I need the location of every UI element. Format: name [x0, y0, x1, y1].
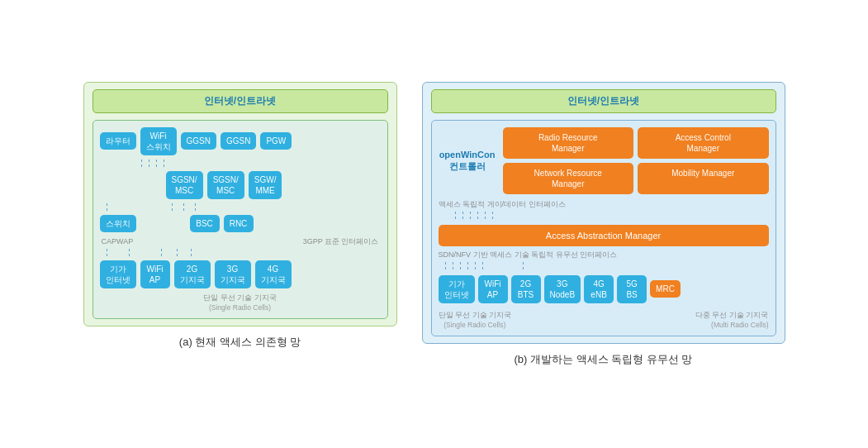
right-outer-box: 인터넷/인트라넷 openWinCon컨트롤러 Radio ResourceMa… [422, 82, 785, 344]
radio-resource-manager: Radio ResourceManager [503, 127, 634, 159]
node-bsc: BSC [190, 215, 220, 232]
node-switch: 스위치 [100, 215, 136, 232]
right-internet-bar: 인터넷/인트라넷 [431, 89, 776, 113]
mobility-manager: Mobility Manager [638, 163, 769, 194]
controller-row: openWinCon컨트롤러 Radio ResourceManager Acc… [439, 127, 769, 194]
node-pgw: PGW [260, 132, 292, 150]
left-row4: 기가인터넷 WiFiAP 2G기지국 3G기지국 4G기지국 [100, 260, 381, 288]
node-sgw-mme: SGW/MME [249, 171, 282, 199]
node-4g: 4G기지국 [255, 260, 292, 288]
left-inner-box: 라우터 WiFi스위치 GGSN GGSN PGW SGSN/MSC SGSN/… [92, 120, 388, 319]
right-bottom-label2: 다중 무선 기술 기지국 (Multi Radio Cells) [695, 310, 769, 329]
right-bottom-label1: 단일 무선 기술 기지국 (Single Radio Cells) [439, 310, 512, 329]
capwap-label: CAPWAP [102, 237, 134, 245]
node-ggsn1: GGSN [181, 132, 216, 150]
right-3g-nodeb: 3GNodeB [544, 275, 581, 303]
right-5g-bs: 5GBS [617, 275, 647, 303]
left-capwap-row: CAPWAP 3GPP 표준 인터페이스 [100, 236, 381, 247]
right-mrc: MRC [650, 280, 681, 298]
network-resource-manager: Network ResourceManager [503, 163, 634, 194]
node-sgsn-msc1: SGSN/MSC [166, 171, 203, 199]
node-wifi-switch: WiFi스위치 [140, 127, 177, 155]
right-diagram: 인터넷/인트라넷 openWinCon컨트롤러 Radio ResourceMa… [422, 82, 785, 367]
main-container: 인터넷/인트라넷 라우터 WiFi스위치 GGSN GGSN PGW [67, 74, 802, 375]
right-node-row: 기가인터넷 WiFiAP 2GBTS 3GNodeB 4GeNB 5GBS MR… [439, 275, 769, 303]
node-wifi-ap: WiFiAP [140, 260, 170, 288]
access-control-manager: Access ControlManager [638, 127, 769, 159]
node-rnc: RNC [224, 215, 254, 232]
manager-grid: Radio ResourceManager Access ControlMana… [503, 127, 769, 194]
left-bottom-label: 단일 무선 기술 기지국 (Single Radio Cells) [100, 293, 381, 312]
left-row2: SGSN/MSC SGSN/MSC SGW/MME [166, 171, 381, 199]
access-interface-label: 액세스 독립적 게이/데이터 인터페이스 [439, 199, 769, 210]
right-caption: (b) 개발하는 액세스 독립형 유무선 망 [515, 352, 693, 367]
right-wifi-ap: WiFiAP [478, 275, 508, 303]
node-giga-internet: 기가인터넷 [100, 260, 136, 288]
left-outer-box: 인터넷/인트라넷 라우터 WiFi스위치 GGSN GGSN PGW [83, 82, 397, 326]
right-4g-enb: 4GeNB [584, 275, 614, 303]
node-ggsn2: GGSN [221, 132, 256, 150]
openwincon-label: openWinCon컨트롤러 [439, 127, 496, 194]
sdn-label: SDN/NFV 기반 액세스 기술 독립적 유무선 인터페이스 [439, 250, 769, 260]
3gpp-label: 3GPP 표준 인터페이스 [303, 236, 379, 247]
right-2g-bts: 2GBTS [511, 275, 541, 303]
left-row3: 스위치 BSC RNC [100, 215, 381, 232]
node-3g: 3G기지국 [215, 260, 251, 288]
right-inner-box: openWinCon컨트롤러 Radio ResourceManager Acc… [431, 120, 776, 336]
left-row1: 라우터 WiFi스위치 GGSN GGSN PGW [100, 127, 381, 155]
left-internet-bar: 인터넷/인트라넷 [92, 89, 388, 113]
node-2g: 2G기지국 [174, 260, 211, 288]
node-sgsn-msc2: SGSN/MSC [207, 171, 244, 199]
node-router: 라우터 [100, 132, 136, 150]
left-caption: (a) 현재 액세스 의존형 망 [179, 335, 301, 350]
left-diagram: 인터넷/인트라넷 라우터 WiFi스위치 GGSN GGSN PGW [83, 82, 397, 350]
access-abstraction-manager: Access Abstraction Manager [439, 225, 769, 246]
right-giga-internet: 기가인터넷 [439, 275, 475, 303]
